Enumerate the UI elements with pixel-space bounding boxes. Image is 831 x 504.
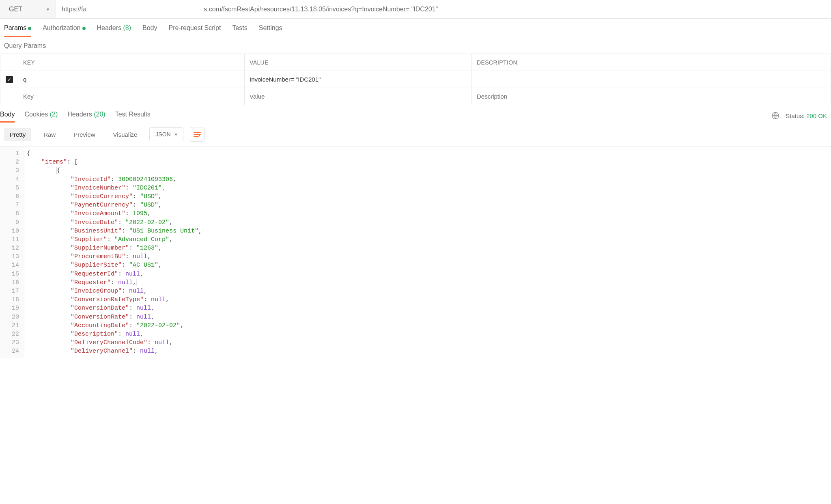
col-header-description: DESCRIPTION — [472, 54, 831, 71]
http-method-select[interactable]: GET ▾ — [0, 0, 56, 18]
chevron-down-icon: ▾ — [175, 132, 177, 137]
viewmode-preview[interactable]: Preview — [68, 128, 101, 141]
globe-icon — [771, 111, 780, 120]
code-content[interactable]: { "items": [ { "InvoiceId": 300000241093… — [24, 147, 202, 358]
param-row[interactable]: ✓ q InvoiceNumber= "IDC201" — [0, 71, 831, 88]
viewmode-visualize[interactable]: Visualize — [108, 128, 143, 141]
request-url-input[interactable] — [56, 0, 831, 18]
tab-headers[interactable]: Headers (8) — [97, 24, 131, 37]
wrap-lines-button[interactable] — [190, 127, 205, 142]
resp-tab-cookies[interactable]: Cookies (2) — [24, 109, 58, 122]
status-dot-icon — [28, 27, 31, 30]
response-body-editor[interactable]: 123456789101112131415161718192021222324 … — [0, 146, 831, 358]
param-description-cell[interactable] — [472, 71, 831, 88]
tab-prerequest-script[interactable]: Pre-request Script — [168, 24, 221, 37]
status-value: 200 OK — [806, 112, 827, 119]
param-value-placeholder[interactable]: Value — [245, 88, 472, 105]
param-key-cell[interactable]: q — [18, 71, 245, 88]
param-description-placeholder[interactable]: Description — [472, 88, 831, 105]
col-header-key: KEY — [18, 54, 245, 71]
wrap-icon — [194, 131, 201, 137]
chevron-down-icon: ▾ — [47, 6, 49, 12]
viewmode-pretty[interactable]: Pretty — [4, 128, 31, 141]
param-row-placeholder[interactable]: Key Value Description — [0, 88, 831, 105]
tab-tests[interactable]: Tests — [232, 24, 247, 37]
status-label: Status: — [786, 112, 805, 119]
tab-authorization[interactable]: Authorization — [43, 24, 85, 37]
line-number-gutter: 123456789101112131415161718192021222324 — [0, 147, 24, 358]
query-params-table: KEY VALUE DESCRIPTION ✓ q InvoiceNumber=… — [0, 54, 831, 105]
http-method-label: GET — [9, 6, 22, 13]
col-header-value: VALUE — [245, 54, 472, 71]
format-select[interactable]: JSON ▾ — [149, 127, 183, 141]
status-dot-icon — [82, 27, 86, 30]
param-checkbox[interactable]: ✓ — [6, 76, 13, 83]
tab-body[interactable]: Body — [142, 24, 157, 37]
query-params-title: Query Params — [0, 37, 831, 54]
param-value-cell[interactable]: InvoiceNumber= "IDC201" — [245, 71, 472, 88]
param-key-placeholder[interactable]: Key — [18, 88, 245, 105]
request-tabs: Params Authorization Headers (8) Body Pr… — [0, 19, 831, 37]
resp-tab-testresults[interactable]: Test Results — [115, 109, 151, 122]
tab-params[interactable]: Params — [4, 24, 31, 37]
response-tabs: Body Cookies (2) Headers (20) Test Resul… — [0, 109, 151, 122]
viewmode-raw[interactable]: Raw — [38, 128, 61, 141]
resp-tab-headers[interactable]: Headers (20) — [67, 109, 105, 122]
tab-settings[interactable]: Settings — [259, 24, 282, 37]
resp-tab-body[interactable]: Body — [0, 109, 15, 122]
